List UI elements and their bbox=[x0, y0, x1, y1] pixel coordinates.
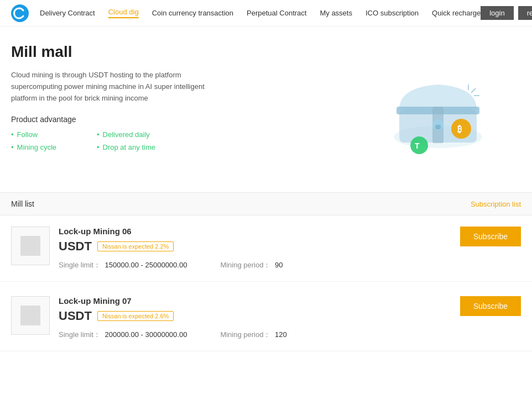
subscription-list-link[interactable]: Subscription list bbox=[471, 200, 521, 208]
svg-text:₿: ₿ bbox=[457, 124, 462, 134]
mining-card-name-0: Lock-up Mining 06 bbox=[59, 227, 451, 236]
nav-my-assets[interactable]: My assets bbox=[320, 9, 352, 17]
header: Delivery Contract Cloud dig Coin currenc… bbox=[0, 0, 532, 27]
single-limit-0: Single limit： 150000.00 - 25000000.00 bbox=[59, 260, 187, 270]
single-limit-value-0: 150000.00 - 25000000.00 bbox=[105, 261, 187, 269]
mining-card-name-1: Lock-up Mining 07 bbox=[59, 296, 451, 306]
mining-card-placeholder-0 bbox=[20, 236, 40, 256]
expected-badge-0: Nissan is expected 2.2% bbox=[97, 241, 174, 251]
mining-card-right-1: Subscribe bbox=[460, 296, 521, 316]
svg-rect-6 bbox=[435, 125, 441, 129]
nav-perpetual-contract[interactable]: Perpetual Contract bbox=[247, 9, 306, 17]
nav-ico-subscription[interactable]: ICO subscription bbox=[366, 9, 419, 17]
svg-line-11 bbox=[471, 88, 476, 93]
mining-details-1: Single limit： 200000.00 - 30000000.00 Mi… bbox=[59, 330, 451, 340]
mining-currency-1: USDT bbox=[59, 309, 92, 323]
mining-card-placeholder-1 bbox=[20, 306, 40, 325]
mining-card-1: Lock-up Mining 07 USDT Nissan is expecte… bbox=[0, 285, 532, 351]
mining-card-image-1 bbox=[11, 296, 50, 335]
mining-period-value-1: 120 bbox=[275, 330, 287, 339]
expected-badge-1: Nissan is expected 2.6% bbox=[97, 311, 174, 321]
logo[interactable] bbox=[11, 4, 29, 22]
mining-currency-row-0: USDT Nissan is expected 2.2% bbox=[59, 239, 451, 254]
mining-currency-0: USDT bbox=[59, 239, 92, 254]
advantage-mining-cycle: Mining cycle bbox=[11, 143, 80, 151]
mining-period-value-0: 90 bbox=[275, 261, 283, 269]
nav-cloud-dig[interactable]: Cloud dig bbox=[108, 8, 139, 18]
mining-card-content-1: Lock-up Mining 07 USDT Nissan is expecte… bbox=[59, 296, 451, 340]
mining-card-right-0: Subscribe bbox=[460, 227, 521, 246]
nav-quick-recharge[interactable]: Quick recharge bbox=[432, 9, 481, 17]
auth-buttons: login register bbox=[481, 6, 532, 20]
mining-details-0: Single limit： 150000.00 - 25000000.00 Mi… bbox=[59, 260, 451, 270]
svg-text:T: T bbox=[415, 141, 420, 150]
advantage-delivered-daily: Delivered daily bbox=[97, 130, 166, 139]
advantages-grid: Follow Delivered daily Mining cycle Drop… bbox=[11, 130, 166, 151]
subscribe-button-0[interactable]: Subscribe bbox=[460, 227, 521, 246]
register-button[interactable]: register bbox=[518, 6, 532, 20]
single-limit-value-1: 200000.00 - 30000000.00 bbox=[105, 330, 187, 339]
hero-illustration: ₿ T bbox=[377, 43, 499, 165]
single-limit-label-1: Single limit： bbox=[59, 330, 101, 339]
mining-card-0: Lock-up Mining 06 USDT Nissan is expecte… bbox=[0, 215, 532, 282]
single-limit-label-0: Single limit： bbox=[59, 261, 101, 269]
mill-list-title: Mill list bbox=[11, 199, 34, 208]
mining-period-label-1: Mining period： bbox=[220, 330, 270, 339]
mining-card-image-0 bbox=[11, 227, 50, 265]
advantage-follow: Follow bbox=[11, 130, 80, 139]
single-limit-1: Single limit： 200000.00 - 30000000.00 bbox=[59, 330, 187, 340]
main-nav: Delivery Contract Cloud dig Coin currenc… bbox=[40, 8, 481, 18]
advantage-drop-any-time: Drop at any time bbox=[97, 143, 166, 151]
hero-description: Cloud mining is through USDT hosting to … bbox=[11, 70, 221, 104]
nav-coin-currency-transaction[interactable]: Coin currency transaction bbox=[152, 9, 233, 17]
mining-card-content-0: Lock-up Mining 06 USDT Nissan is expecte… bbox=[59, 227, 451, 270]
mill-list-header: Mill list Subscription list bbox=[0, 192, 532, 215]
mining-period-label-0: Mining period： bbox=[220, 261, 270, 269]
login-button[interactable]: login bbox=[481, 6, 513, 20]
subscribe-button-1[interactable]: Subscribe bbox=[460, 296, 521, 316]
nav-delivery-contract[interactable]: Delivery Contract bbox=[40, 9, 95, 17]
mining-period-0: Mining period： 90 bbox=[220, 260, 283, 270]
hero-section: Mill mall Cloud mining is through USDT h… bbox=[0, 27, 532, 192]
mining-period-1: Mining period： 120 bbox=[220, 330, 286, 340]
mining-currency-row-1: USDT Nissan is expected 2.6% bbox=[59, 309, 451, 323]
